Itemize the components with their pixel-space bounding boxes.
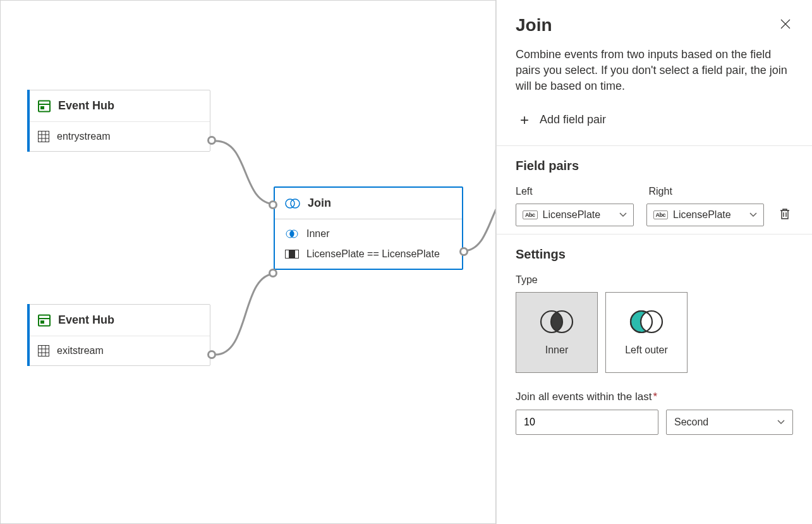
time-window-label: Join all events within the last* — [516, 391, 793, 403]
event-hub-icon — [38, 100, 51, 113]
output-port[interactable] — [207, 350, 216, 359]
trash-icon — [779, 207, 791, 220]
add-field-pair-label: Add field pair — [540, 113, 606, 126]
node-join-type: Inner — [306, 228, 329, 240]
node-sub: exitstream — [57, 345, 104, 356]
node-body: exitstream — [28, 336, 210, 365]
panel-title: Join — [516, 15, 552, 35]
string-type-icon: Abc — [653, 210, 669, 219]
close-icon — [780, 19, 791, 29]
field-pair-labels: Left Right — [516, 186, 793, 197]
left-field-value: LicensePlate — [543, 209, 601, 221]
plus-icon: + — [517, 111, 532, 129]
svg-point-17 — [291, 199, 300, 208]
node-title: Join — [308, 197, 331, 210]
grid-icon — [38, 131, 49, 142]
join-type-left-outer[interactable]: Left outer — [605, 292, 688, 373]
divider — [497, 145, 812, 146]
right-label: Right — [649, 186, 770, 197]
node-accent — [27, 304, 30, 366]
join-icon — [285, 198, 300, 209]
time-unit-value: Second — [674, 417, 708, 428]
node-condition: LicensePlate == LicensePlate — [306, 248, 440, 260]
type-inner-label: Inner — [545, 344, 568, 356]
svg-rect-11 — [39, 346, 49, 356]
node-accent — [27, 90, 30, 152]
svg-point-16 — [286, 199, 294, 208]
input-port-1[interactable] — [269, 200, 277, 209]
settings-title: Settings — [516, 247, 793, 262]
join-type-options: Inner Left outer — [516, 292, 793, 373]
node-event-hub-1[interactable]: Event Hub entrystream — [27, 90, 210, 152]
chevron-down-icon — [619, 210, 627, 219]
required-asterisk: * — [653, 391, 657, 403]
chevron-down-icon — [749, 210, 757, 219]
output-port[interactable] — [207, 136, 216, 145]
left-field-select[interactable]: Abc LicensePlate — [516, 204, 634, 226]
field-pairs-title: Field pairs — [516, 159, 793, 173]
time-value-input[interactable] — [516, 410, 658, 435]
left-label: Left — [516, 186, 636, 197]
node-sub: entrystream — [57, 131, 110, 142]
column-icon — [285, 250, 299, 259]
venn-left-outer-icon — [627, 309, 665, 334]
node-event-hub-2[interactable]: Event Hub exitstream — [27, 304, 210, 366]
type-label: Type — [516, 274, 793, 286]
node-body: Inner LicensePlate == LicensePlate — [275, 219, 462, 269]
string-type-icon: Abc — [523, 210, 538, 219]
inner-join-small-icon — [285, 229, 299, 238]
venn-inner-icon — [538, 309, 576, 334]
svg-rect-21 — [289, 250, 295, 259]
chevron-down-icon — [777, 418, 785, 427]
grid-icon — [38, 345, 49, 356]
right-field-select[interactable]: Abc LicensePlate — [646, 204, 765, 226]
node-join[interactable]: Join Inner LicensePlate == LicensePlate — [274, 186, 463, 270]
properties-panel: Join Combine events from two inputs base… — [496, 0, 812, 524]
node-header: Event Hub — [28, 305, 210, 336]
node-header: Event Hub — [28, 90, 210, 122]
node-title: Event Hub — [58, 99, 114, 113]
panel-description: Combine events from two inputs based on … — [516, 47, 793, 95]
output-port[interactable] — [459, 247, 468, 256]
add-field-pair-button[interactable]: + Add field pair — [516, 109, 607, 131]
join-type-inner[interactable]: Inner — [516, 292, 598, 373]
node-title: Event Hub — [58, 314, 114, 327]
svg-rect-2 — [40, 106, 44, 109]
svg-rect-10 — [40, 320, 44, 324]
event-hub-icon — [38, 314, 51, 327]
field-pair-row: Abc LicensePlate Abc LicensePlate — [516, 204, 793, 226]
close-button[interactable] — [778, 15, 793, 35]
svg-rect-3 — [39, 131, 49, 142]
type-left-outer-label: Left outer — [625, 344, 668, 356]
flow-canvas[interactable]: Event Hub entrystream — [0, 0, 496, 524]
time-unit-select[interactable]: Second — [666, 410, 793, 435]
divider — [497, 234, 812, 235]
node-header: Join — [275, 188, 462, 219]
node-body: entrystream — [28, 122, 210, 151]
delete-pair-button[interactable] — [777, 205, 793, 224]
input-port-2[interactable] — [269, 269, 277, 277]
right-field-value: LicensePlate — [673, 209, 731, 221]
